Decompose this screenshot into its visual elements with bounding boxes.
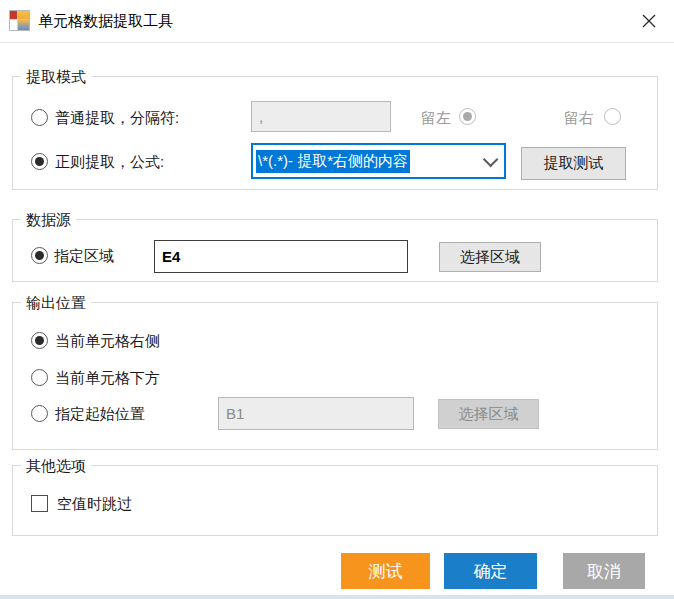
radio-specified-region[interactable] (31, 247, 48, 264)
group-data-source: 数据源 指定区域 选择区域 (12, 219, 658, 282)
window-bottom-edge (0, 595, 674, 599)
start-position-input (218, 397, 414, 430)
group-output-position: 输出位置 当前单元格右侧 当前单元格下方 指定起始位置 选择区域 (12, 302, 658, 450)
group-extract-mode: 提取模式 普通提取，分隔符: 留左 留右 正则提取，公式: \*(.*)- 提取… (12, 76, 658, 190)
radio-start-position-label: 指定起始位置 (55, 405, 145, 423)
select-region-button-disabled: 选择区域 (438, 399, 539, 429)
test-button[interactable]: 测试 (341, 553, 430, 589)
window-title: 单元格数据提取工具 (38, 12, 173, 31)
radio-below-cell[interactable] (31, 369, 48, 386)
keep-left-label: 留左 (421, 109, 451, 127)
region-input[interactable] (154, 240, 408, 273)
app-icon (9, 10, 30, 31)
radio-regex-extract-label: 正则提取，公式: (55, 153, 164, 171)
radio-right-of-cell[interactable] (31, 332, 48, 349)
chevron-down-icon (483, 151, 499, 167)
radio-normal-extract[interactable] (31, 109, 48, 126)
radio-right-of-cell-label: 当前单元格右侧 (55, 332, 160, 350)
cancel-button[interactable]: 取消 (563, 553, 645, 589)
separator-input (251, 101, 391, 132)
dialog-cell-data-extract-tool: 单元格数据提取工具 提取模式 普通提取，分隔符: 留左 留右 正则提取，公式: … (0, 0, 674, 599)
group-output-position-legend: 输出位置 (21, 293, 91, 313)
radio-specified-region-label: 指定区域 (54, 247, 114, 265)
group-other-options-legend: 其他选项 (21, 456, 91, 476)
radio-keep-right (604, 108, 621, 125)
radio-regex-extract[interactable] (31, 153, 48, 170)
close-icon (641, 13, 657, 29)
group-other-options: 其他选项 空值时跳过 (12, 465, 658, 536)
formula-combobox[interactable]: \*(.*)- 提取*右侧的内容 (251, 143, 506, 179)
ok-button[interactable]: 确定 (444, 553, 537, 589)
group-extract-mode-legend: 提取模式 (21, 67, 91, 87)
formula-selected-text: \*(.*)- 提取*右侧的内容 (256, 150, 410, 173)
extract-test-button[interactable]: 提取测试 (521, 147, 626, 180)
radio-normal-extract-label: 普通提取，分隔符: (55, 109, 179, 127)
radio-start-position[interactable] (31, 405, 48, 422)
group-data-source-legend: 数据源 (21, 210, 76, 230)
select-region-button[interactable]: 选择区域 (439, 242, 541, 272)
keep-right-label: 留右 (564, 109, 594, 127)
close-button[interactable] (632, 6, 666, 36)
radio-below-cell-label: 当前单元格下方 (55, 369, 160, 387)
skip-empty-checkbox[interactable] (31, 495, 48, 512)
title-bar: 单元格数据提取工具 (0, 0, 674, 43)
radio-keep-left (459, 108, 476, 125)
skip-empty-label: 空值时跳过 (57, 495, 132, 513)
